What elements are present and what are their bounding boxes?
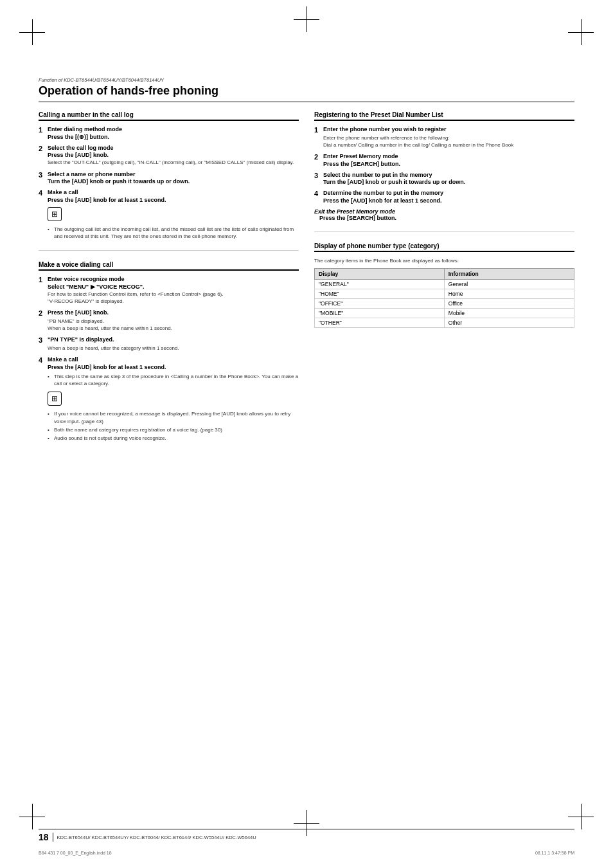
table-header-display: Display: [315, 269, 445, 280]
voice-notes-extra: If your voice cannot be recognized, a me…: [48, 410, 299, 442]
voice-step-2-heading: Press the [AUD] knob.: [48, 309, 109, 316]
calling-step-2-heading: Select the call log mode: [48, 145, 114, 151]
calling-step-2: 2 Select the call log mode Press the [AU…: [39, 145, 299, 167]
calling-step-1-heading: Enter dialing method mode: [48, 126, 122, 132]
reg-mark-bl: [19, 804, 45, 829]
preset-step-2-sub: Press the [SEARCH] button.: [323, 161, 574, 167]
preset-step-2: 2 Enter Preset Memory mode Press the [SE…: [314, 153, 574, 167]
preset-step-2-heading: Enter Preset Memory mode: [323, 153, 398, 159]
voice-section: Make a voice dialing call 1 Enter voice …: [39, 261, 299, 442]
preset-step-2-num: 2: [314, 153, 323, 161]
file-info-right: 08.11.1 3:47:58 PM: [535, 851, 574, 855]
calling-section-title: Calling a number in the call log: [39, 111, 299, 121]
calling-step-2-body: Select the "OUT-CALL" (outgoing call), "…: [48, 159, 299, 166]
calling-note-1: The outgoing call list and the incoming …: [48, 226, 299, 240]
voice-step-1-content: Enter voice recognize mode Select "MENU"…: [48, 276, 299, 305]
voice-step-2-content: Press the [AUD] knob. "PB NAME" is displ…: [48, 309, 299, 332]
calling-step-1-content: Enter dialing method mode Press the [(⊕)…: [48, 126, 299, 140]
voice-step-1: 1 Enter voice recognize mode Select "MEN…: [39, 276, 299, 305]
table-cell-display-4: "OTHER": [315, 318, 445, 328]
preset-step-3-heading: Select the number to put in the memory: [323, 172, 432, 178]
preset-step-1-body: Enter the phone number with reference to…: [323, 134, 574, 149]
table-row: "HOME" Home: [315, 289, 574, 299]
table-cell-info-2: Office: [444, 299, 574, 309]
page-number: 18: [39, 832, 49, 842]
table-cell-display-1: "HOME": [315, 289, 445, 299]
voice-step-2-body: "PB NAME" is displayed.When a beep is he…: [48, 318, 299, 332]
phone-type-table: Display Information "GENERAL" General "H…: [314, 268, 574, 328]
table-cell-info-3: Mobile: [444, 309, 574, 318]
voice-step-1-body: For how to select Function Control item,…: [48, 291, 299, 305]
preset-step-1-num: 1: [314, 126, 323, 134]
bottom-bar: 18 KDC-BT6544U/ KDC-BT6544UY/ KDC-BT6044…: [39, 829, 574, 842]
preset-section-title: Registering to the Preset Dial Number Li…: [314, 111, 574, 121]
preset-step-3-sub: Turn the [AUD] knob or push it towards u…: [323, 179, 574, 185]
table-row: "GENERAL" General: [315, 280, 574, 289]
calling-step-4-num: 4: [39, 189, 48, 197]
table-row: "OTHER" Other: [315, 318, 574, 328]
calling-section: Calling a number in the call log 1 Enter…: [39, 111, 299, 240]
calling-step-2-num: 2: [39, 145, 48, 152]
voice-step-4-content: Make a call Press the [AUD] knob for at …: [48, 356, 299, 442]
reg-center-top: [294, 6, 319, 32]
calling-notes: The outgoing call list and the incoming …: [48, 226, 299, 240]
preset-step-4: 4 Determine the number to put in the mem…: [314, 190, 574, 204]
reg-mark-br: [568, 804, 594, 829]
calling-step-4-heading: Make a call: [48, 189, 78, 195]
voice-note-4: Audio sound is not output during voice r…: [48, 435, 299, 442]
table-row: "MOBILE" Mobile: [315, 309, 574, 318]
two-col-layout: Calling a number in the call log 1 Enter…: [39, 111, 574, 446]
voice-step-1-heading: Enter voice recognize mode: [48, 276, 125, 282]
voice-step-2-num: 2: [39, 309, 48, 317]
file-info-left: B64 431 7 00_00_E_English.indd 18: [39, 851, 112, 855]
table-cell-info-4: Other: [444, 318, 574, 328]
calling-step-4-content: Make a call Press the [AUD] knob for at …: [48, 189, 299, 240]
voice-section-title: Make a voice dialing call: [39, 261, 299, 271]
display-section-title: Display of phone number type (category): [314, 242, 574, 252]
table-row: "OFFICE" Office: [315, 299, 574, 309]
table-cell-info-0: General: [444, 280, 574, 289]
exit-body: Press the [SEARCH] button.: [319, 215, 396, 221]
calling-step-3: 3 Select a name or phone number Turn the…: [39, 171, 299, 185]
table-cell-display-0: "GENERAL": [315, 280, 445, 289]
exit-heading: Exit the Preset Memory mode: [314, 208, 395, 215]
calling-step-3-sub: Turn the [AUD] knob or push it towards u…: [48, 178, 299, 185]
calling-step-4: 4 Make a call Press the [AUD] knob for a…: [39, 189, 299, 240]
preset-step-3-content: Select the number to put in the memory T…: [323, 172, 574, 186]
voice-step-3-content: "PN TYPE" is displayed. When a beep is h…: [48, 336, 299, 352]
calling-step-2-sub: Press the [AUD] knob.: [48, 152, 299, 158]
page-title: Operation of hands-free phoning: [39, 84, 574, 102]
preset-step-1-heading: Enter the phone number you wish to regis…: [323, 126, 447, 132]
calling-step-3-content: Select a name or phone number Turn the […: [48, 171, 299, 185]
voice-note-1: This step is the same as step 3 of the p…: [48, 373, 299, 387]
exit-note: Exit the Preset Memory mode Press the [S…: [314, 208, 574, 221]
page-divider: [53, 833, 53, 842]
voice-step-3-num: 3: [39, 336, 48, 344]
model-list: KDC-BT6544U/ KDC-BT6544UY/ KDC-BT6044/ K…: [57, 835, 256, 840]
voice-step-1-num: 1: [39, 276, 48, 284]
voice-step-3-heading: "PN TYPE" is displayed.: [48, 336, 114, 343]
voice-step-4: 4 Make a call Press the [AUD] knob for a…: [39, 356, 299, 442]
calling-step-3-heading: Select a name or phone number: [48, 171, 136, 177]
voice-note-3: Both the name and category requires regi…: [48, 426, 299, 433]
phone-icon-voice: ⊞: [48, 392, 62, 406]
table-cell-display-3: "MOBILE": [315, 309, 445, 318]
preset-step-3: 3 Select the number to put in the memory…: [314, 172, 574, 186]
voice-step-4-sub: Press the [AUD] knob for at least 1 seco…: [48, 364, 299, 370]
col-left: Calling a number in the call log 1 Enter…: [39, 111, 299, 446]
page-subtitle: Function of KDC-BT6544U/BT6544UY/BT6044/…: [39, 77, 574, 83]
calling-step-4-sub: Press the [AUD] knob for at least 1 seco…: [48, 197, 299, 203]
main-content: Function of KDC-BT6544U/BT6544UY/BT6044/…: [39, 0, 574, 498]
voice-step-3: 3 "PN TYPE" is displayed. When a beep is…: [39, 336, 299, 352]
table-cell-info-1: Home: [444, 289, 574, 299]
phone-icon-calling: ⊞: [48, 207, 62, 221]
calling-step-1-sub: Press the [(⊕)] button.: [48, 134, 299, 140]
col-right: Registering to the Preset Dial Number Li…: [314, 111, 574, 446]
calling-step-1-num: 1: [39, 126, 48, 134]
display-section: Display of phone number type (category) …: [314, 242, 574, 328]
calling-step-1: 1 Enter dialing method mode Press the [(…: [39, 126, 299, 140]
display-intro: The category items in the Phone Book are…: [314, 257, 574, 264]
table-cell-display-2: "OFFICE": [315, 299, 445, 309]
calling-step-2-content: Select the call log mode Press the [AUD]…: [48, 145, 299, 167]
section-divider-1: [39, 250, 299, 251]
